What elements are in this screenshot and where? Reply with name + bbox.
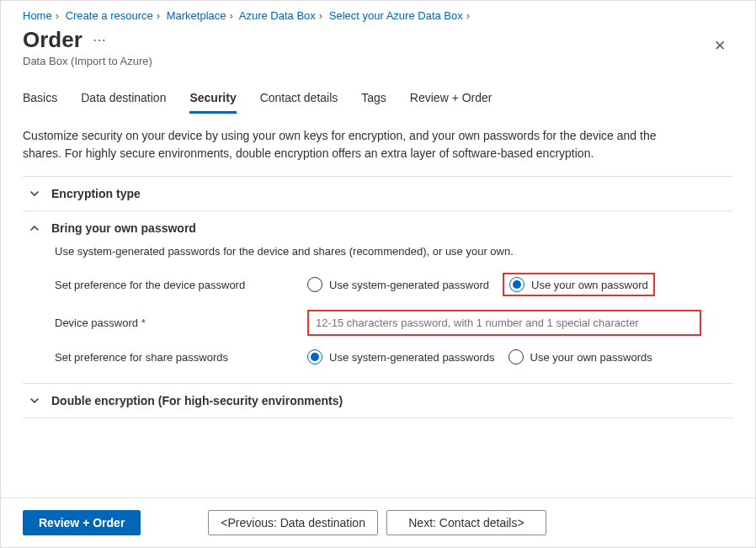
radio-icon bbox=[307, 349, 322, 364]
chevron-down-icon bbox=[29, 396, 40, 406]
chevron-up-icon bbox=[29, 223, 40, 233]
previous-button[interactable]: <Previous: Data destination bbox=[208, 510, 378, 535]
wizard-footer: Review + Order <Previous: Data destinati… bbox=[1, 497, 755, 547]
chevron-right-icon: › bbox=[52, 9, 62, 22]
chevron-right-icon: › bbox=[463, 9, 473, 22]
radio-icon bbox=[508, 349, 524, 364]
chevron-right-icon: › bbox=[226, 9, 237, 22]
section-description: Use system-generated passwords for the d… bbox=[55, 245, 727, 258]
breadcrumb: Home› Create a resource› Marketplace› Az… bbox=[1, 1, 755, 25]
tab-security[interactable]: Security bbox=[189, 91, 236, 114]
tab-basics[interactable]: Basics bbox=[23, 91, 57, 114]
radio-share-system-generated[interactable]: Use system-generated passwords bbox=[307, 349, 495, 364]
page-title: Order bbox=[23, 27, 83, 53]
review-order-button[interactable]: Review + Order bbox=[23, 510, 141, 535]
section-toggle-byop[interactable]: Bring your own password bbox=[23, 211, 733, 245]
radio-icon bbox=[509, 277, 524, 292]
chevron-down-icon bbox=[29, 189, 40, 199]
radio-device-own-password[interactable]: Use your own password bbox=[509, 277, 648, 292]
breadcrumb-item[interactable]: Create a resource bbox=[66, 9, 153, 22]
tab-data-destination[interactable]: Data destination bbox=[81, 91, 166, 114]
required-asterisk: * bbox=[141, 317, 146, 329]
radio-icon bbox=[307, 277, 322, 292]
section-byop: Bring your own password Use system-gener… bbox=[23, 211, 733, 384]
next-button[interactable]: Next: Contact details> bbox=[386, 510, 546, 535]
device-password-pref-label: Set preference for the device password bbox=[55, 279, 307, 291]
close-icon: ✕ bbox=[714, 37, 726, 55]
radio-device-system-generated[interactable]: Use system-generated password bbox=[307, 277, 489, 292]
section-encryption-type: Encryption type bbox=[23, 176, 733, 211]
breadcrumb-item[interactable]: Home bbox=[23, 9, 52, 22]
breadcrumb-item[interactable]: Marketplace bbox=[167, 9, 226, 22]
device-password-input[interactable] bbox=[307, 310, 701, 336]
section-title: Encryption type bbox=[51, 187, 141, 200]
tab-review-order[interactable]: Review + Order bbox=[410, 91, 492, 114]
chevron-right-icon: › bbox=[153, 9, 163, 22]
tab-strip: Basics Data destination Security Contact… bbox=[1, 67, 755, 114]
radio-share-own-passwords[interactable]: Use your own passwords bbox=[508, 349, 652, 364]
radio-label: Use your own password bbox=[531, 279, 648, 291]
section-toggle-double-encryption[interactable]: Double encryption (For high-security env… bbox=[23, 384, 733, 418]
radio-label: Use your own passwords bbox=[530, 351, 652, 364]
more-options-icon[interactable]: ⋯ bbox=[93, 32, 106, 48]
share-password-pref-label: Set preference for share passwords bbox=[55, 351, 307, 364]
radio-label: Use system-generated passwords bbox=[329, 351, 495, 364]
section-title: Bring your own password bbox=[51, 221, 196, 235]
radio-label: Use system-generated password bbox=[329, 279, 489, 291]
breadcrumb-item[interactable]: Select your Azure Data Box bbox=[329, 9, 463, 22]
section-double-encryption: Double encryption (For high-security env… bbox=[23, 384, 733, 418]
tab-tags[interactable]: Tags bbox=[361, 91, 386, 114]
page-header: Order ⋯ Data Box (Import to Azure) ✕ bbox=[1, 25, 755, 67]
tab-contact-details[interactable]: Contact details bbox=[260, 91, 338, 114]
device-password-label: Device password * bbox=[55, 317, 307, 329]
tab-description: Customize security on your device by usi… bbox=[1, 114, 708, 162]
close-button[interactable]: ✕ bbox=[706, 32, 733, 59]
section-title: Double encryption (For high-security env… bbox=[51, 394, 343, 407]
section-toggle-encryption[interactable]: Encryption type bbox=[23, 177, 733, 210]
chevron-right-icon: › bbox=[316, 9, 326, 22]
highlight-box: Use your own password bbox=[503, 273, 655, 296]
page-subtitle: Data Box (Import to Azure) bbox=[23, 55, 706, 67]
breadcrumb-item[interactable]: Azure Data Box bbox=[239, 9, 316, 22]
